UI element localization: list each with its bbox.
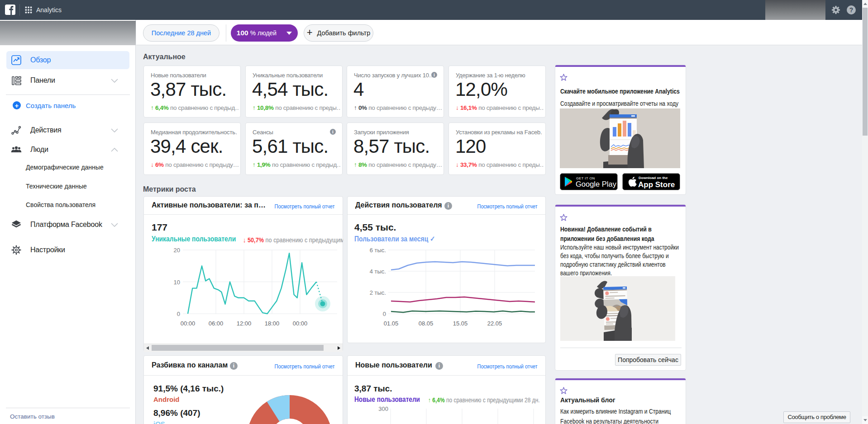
- svg-text:00:00: 00:00: [293, 320, 308, 327]
- svg-text:6 тыс.: 6 тыс.: [370, 247, 386, 254]
- svg-text:15.05: 15.05: [453, 320, 468, 327]
- svg-text:2 тыс.: 2 тыс.: [370, 289, 386, 296]
- svg-text:Google Play: Google Play: [576, 180, 617, 188]
- svg-text:4 тыс.: 4 тыс.: [370, 268, 386, 275]
- svg-text:0: 0: [177, 311, 180, 317]
- svg-text:06:00: 06:00: [209, 320, 224, 327]
- svg-text:12:00: 12:00: [237, 320, 252, 327]
- svg-text:00:00: 00:00: [181, 320, 196, 327]
- svg-text:22.05: 22.05: [487, 320, 502, 327]
- svg-text:0: 0: [383, 311, 386, 317]
- svg-text:01.05: 01.05: [384, 320, 399, 327]
- svg-text:Download on the: Download on the: [639, 176, 668, 180]
- svg-text:App Store: App Store: [638, 180, 675, 189]
- svg-text:10: 10: [174, 279, 180, 286]
- svg-text:18:00: 18:00: [265, 320, 280, 327]
- svg-text:20: 20: [174, 247, 180, 254]
- svg-text:08.05: 08.05: [419, 320, 434, 327]
